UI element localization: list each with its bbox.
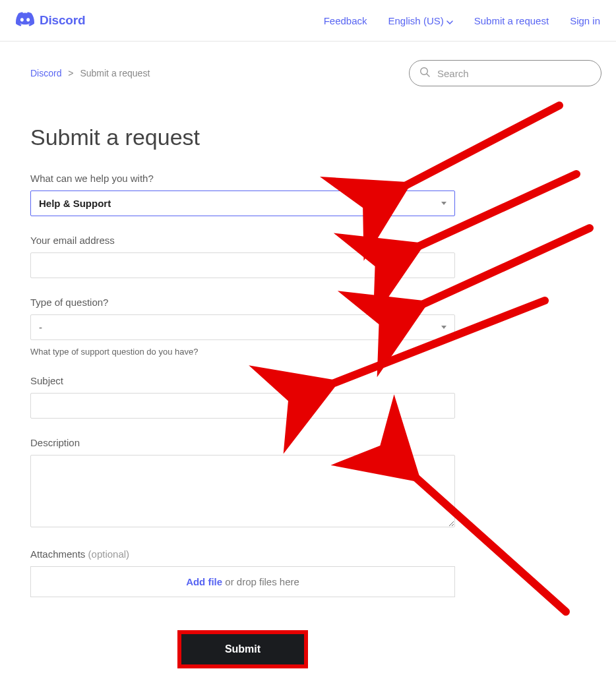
- field-help-with: What can we help you with? Help & Suppor…: [30, 173, 455, 216]
- field-question-type: Type of question? - What type of support…: [30, 297, 455, 357]
- subject-label: Subject: [30, 375, 455, 386]
- nav-feedback[interactable]: Feedback: [324, 15, 367, 26]
- field-subject: Subject: [30, 375, 455, 419]
- help-with-value: Help & Support: [39, 198, 111, 209]
- add-file-link[interactable]: Add file: [186, 576, 222, 587]
- page-title: Submit a request: [30, 125, 601, 150]
- attachments-label: Attachments (optional): [30, 548, 455, 560]
- nav-language[interactable]: English (US): [388, 15, 453, 26]
- search-wrap: [409, 60, 601, 86]
- description-label: Description: [30, 437, 455, 448]
- question-type-value: -: [39, 322, 42, 333]
- breadcrumb-current: Submit a request: [80, 68, 150, 78]
- dropzone-text: or drop files here: [222, 576, 299, 587]
- field-description: Description: [30, 437, 455, 530]
- field-email: Your email address: [30, 235, 455, 278]
- top-nav: Feedback English (US) Submit a request S…: [324, 15, 600, 26]
- search-input[interactable]: [409, 60, 601, 86]
- help-with-select[interactable]: Help & Support: [30, 191, 455, 216]
- attachments-label-text: Attachments: [30, 548, 85, 560]
- breadcrumb-separator: >: [68, 68, 73, 78]
- submit-button[interactable]: Submit: [177, 630, 308, 668]
- brand-name: Discord: [40, 13, 85, 28]
- discord-logo-icon: [16, 12, 34, 29]
- nav-submit-request[interactable]: Submit a request: [474, 15, 549, 26]
- attachments-optional: (optional): [88, 548, 130, 560]
- brand[interactable]: Discord: [16, 12, 85, 29]
- help-with-label: What can we help you with?: [30, 173, 455, 184]
- chevron-down-icon: [447, 15, 453, 26]
- svg-line-1: [427, 74, 429, 76]
- email-input[interactable]: [30, 252, 455, 278]
- chevron-down-icon: [441, 202, 447, 205]
- subject-input[interactable]: [30, 393, 455, 419]
- question-type-label: Type of question?: [30, 297, 455, 308]
- field-attachments: Attachments (optional) Add file or drop …: [30, 548, 455, 597]
- attachments-dropzone[interactable]: Add file or drop files here: [30, 566, 455, 597]
- breadcrumb: Discord > Submit a request: [30, 68, 150, 78]
- description-input[interactable]: [30, 455, 455, 527]
- question-type-select[interactable]: -: [30, 314, 455, 340]
- submit-wrap: Submit: [30, 630, 455, 668]
- request-form: What can we help you with? Help & Suppor…: [30, 173, 455, 668]
- chevron-down-icon: [441, 326, 447, 329]
- search-icon: [419, 67, 430, 80]
- breadcrumb-root[interactable]: Discord: [30, 68, 61, 78]
- nav-sign-in[interactable]: Sign in: [570, 15, 600, 26]
- nav-language-label: English (US): [388, 15, 444, 26]
- top-bar: Discord Feedback English (US) Submit a r…: [0, 0, 616, 42]
- email-label: Your email address: [30, 235, 455, 246]
- question-type-hint: What type of support question do you hav…: [30, 347, 455, 357]
- content: Submit a request What can we help you wi…: [0, 125, 616, 675]
- top-row: Discord > Submit a request: [0, 42, 616, 86]
